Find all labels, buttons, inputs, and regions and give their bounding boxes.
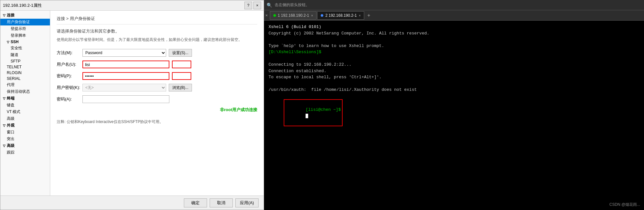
password-input[interactable] — [82, 72, 169, 80]
browse-button[interactable]: 浏览(B)... — [169, 84, 192, 91]
terminal-tab-1[interactable]: 1 192.168.190.2-1 × — [270, 11, 317, 20]
ok-button[interactable]: 确定 — [184, 198, 207, 207]
passphrase-row: 密码(A): — [57, 95, 257, 103]
userkey-row: 用户密钥(K): <无> 浏览(B)... — [57, 84, 257, 91]
passphrase-input[interactable] — [82, 95, 169, 103]
sidebar-item-login-prompt[interactable]: 登提示符 — [0, 25, 50, 32]
term-line-6 — [269, 55, 639, 62]
dialog-panel: 192.168.190.2-1属性 ? × ▽连接 用户身份验证 登提示符 登录… — [0, 0, 264, 210]
sidebar-item-tunnel[interactable]: 隧道 — [0, 52, 50, 58]
password-row: 密码(P): — [57, 72, 257, 80]
sidebar-item-keepalive[interactable]: 保持活动状态 — [0, 88, 50, 95]
expand-icon: ▽ — [3, 144, 6, 148]
sidebar-label: 登提示符 — [11, 26, 26, 31]
tab-label-2: 2 192.168.190.2-1 — [325, 13, 356, 18]
sidebar-item-appearance[interactable]: ▽外观 — [0, 122, 50, 129]
tab-close-2[interactable]: × — [359, 14, 361, 17]
tab-label-1: 1 192.168.190.2-1 — [278, 13, 309, 18]
terminal-topbar: 🔍 击左侧的箭头按钮。 — [264, 0, 644, 10]
sidebar-item-ssh[interactable]: ▽SSH — [0, 39, 50, 45]
expand-icon: ▽ — [3, 97, 6, 100]
term-line-4: Type `help' to learn how to use Xshell p… — [269, 43, 639, 49]
sidebar-label: 用户身份验证 — [7, 20, 30, 24]
sidebar-item-security[interactable]: 安全性 — [0, 45, 50, 52]
expand-icon: ▽ — [7, 40, 10, 44]
search-icon: 🔍 — [267, 3, 272, 8]
sidebar-item-highlight[interactable]: 突出 — [0, 136, 50, 142]
tab-close-1[interactable]: × — [311, 14, 313, 17]
sidebar-item-connect[interactable]: ▽连接 — [0, 12, 50, 19]
username-input[interactable] — [82, 61, 169, 68]
sidebar-item-trace[interactable]: 跟踪 — [0, 149, 50, 156]
method-row: 方法(M): Password 设置(S)... — [57, 49, 257, 57]
sidebar-item-proxy[interactable]: 代理 — [0, 81, 50, 88]
sidebar-item-advanced2[interactable]: ▽高级 — [0, 142, 50, 149]
terminal-tab-2[interactable]: 2 192.168.190.2-1 × — [317, 11, 364, 20]
passphrase-input-group — [82, 95, 257, 103]
password-input-group — [82, 72, 257, 80]
term-line-prompt: [lisi@chen ~]$ — [269, 93, 639, 133]
term-line-2: Copyright (c) 2002 NetSarang Computer, I… — [269, 30, 639, 37]
cursor — [306, 114, 308, 118]
sidebar-item-vt-mode[interactable]: VT 模式 — [0, 109, 50, 115]
apply-button[interactable]: 应用(A) — [235, 198, 259, 207]
sidebar-item-rlogin[interactable]: RLOGIN — [0, 70, 50, 76]
sidebar-label: 跟踪 — [7, 150, 14, 155]
method-label: 方法(M): — [57, 50, 82, 56]
cancel-button[interactable]: 取消 — [210, 198, 233, 207]
success-text: 非root用户成功连接 — [57, 107, 257, 113]
section-desc: 请选择身份验证方法和其它参数。 — [57, 28, 257, 34]
method-select[interactable]: Password — [82, 49, 166, 57]
username-row: 用户名(U): — [57, 61, 257, 68]
terminal-panel: 🔍 击左侧的箭头按钮。 × 1 192.168.190.2-1 × 2 192.… — [264, 0, 644, 210]
main-content: 连接 > 用户身份验证 请选择身份验证方法和其它参数。 使用此部分以节省登录时间… — [50, 11, 264, 196]
close-button[interactable]: × — [253, 2, 261, 9]
tab-dot-green — [273, 14, 276, 17]
help-button[interactable]: ? — [244, 2, 252, 9]
dialog-titlebar: 192.168.190.2-1属性 ? × — [0, 0, 264, 11]
dialog-body: ▽连接 用户身份验证 登提示符 登录脚本 ▽SSH 安全性 隧道 SFTP — [0, 11, 264, 196]
sidebar-item-keyboard[interactable]: 键盘 — [0, 102, 50, 109]
term-line-11: /usr/bin/xauth: file /home/lisi/.Xauthor… — [269, 87, 639, 93]
add-tab-button[interactable]: + — [365, 12, 373, 19]
username-input-group — [82, 61, 257, 68]
dialog-title: 192.168.190.2-1属性 — [3, 3, 42, 8]
userkey-select[interactable]: <无> — [82, 84, 166, 91]
sidebar-item-serial[interactable]: SERIAL — [0, 76, 50, 81]
sidebar-item-window[interactable]: 窗口 — [0, 129, 50, 136]
sidebar-label: 窗口 — [7, 130, 14, 134]
sidebar-item-sftp[interactable]: SFTP — [0, 58, 50, 64]
sidebar-label: 代理 — [7, 82, 14, 87]
breadcrumb: 连接 > 用户身份验证 — [57, 16, 257, 24]
term-line-3 — [269, 36, 639, 43]
term-line-9: To escape to local shell, press 'Ctrl+Al… — [269, 74, 639, 81]
watermark: CSDN @烟花雨... — [609, 202, 640, 207]
dialog-controls: ? × — [244, 2, 261, 9]
close-tab-icon[interactable]: × — [265, 13, 268, 18]
note-text: 注释: 公钥和Keyboard Interactive仅在SSH/SFTP协议中… — [57, 119, 257, 125]
dialog-footer: 确定 取消 应用(A) — [0, 196, 264, 210]
sidebar-item-terminal[interactable]: ▽终端 — [0, 95, 50, 102]
topbar-hint: 击左侧的箭头按钮。 — [275, 2, 309, 8]
sidebar-item-telnet[interactable]: TELNET — [0, 64, 50, 70]
expand-icon: ▽ — [3, 14, 6, 17]
term-line-7: Connecting to 192.168.190.2:22... — [269, 62, 639, 68]
sidebar-label: 保持活动状态 — [7, 89, 30, 94]
prompt-text: [lisi@chen ~]$ — [306, 107, 341, 112]
sidebar-item-login-script[interactable]: 登录脚本 — [0, 32, 50, 39]
terminal-tabs: × 1 192.168.190.2-1 × 2 192.168.190.2-1 … — [264, 10, 644, 21]
sidebar-label: RLOGIN — [7, 71, 22, 75]
sidebar-label: 登录脚本 — [11, 33, 26, 38]
sidebar-item-user-auth[interactable]: 用户身份验证 — [0, 19, 50, 25]
term-line-1: Xshell 6 (Build 0101) — [269, 24, 639, 30]
terminal-content: Xshell 6 (Build 0101) Copyright (c) 2002… — [264, 21, 644, 210]
sidebar-tree: ▽连接 用户身份验证 登提示符 登录脚本 ▽SSH 安全性 隧道 SFTP — [0, 11, 50, 196]
term-line-10 — [269, 81, 639, 87]
sidebar-label: SFTP — [11, 59, 21, 63]
sidebar-label: VT 模式 — [7, 110, 20, 114]
sidebar-item-advanced[interactable]: 高级 — [0, 115, 50, 122]
setting-button[interactable]: 设置(S)... — [169, 49, 192, 57]
prompt-box: [lisi@chen ~]$ — [284, 99, 343, 126]
userkey-input-group: <无> 浏览(B)... — [82, 84, 257, 91]
sidebar-label: 突出 — [7, 137, 14, 141]
